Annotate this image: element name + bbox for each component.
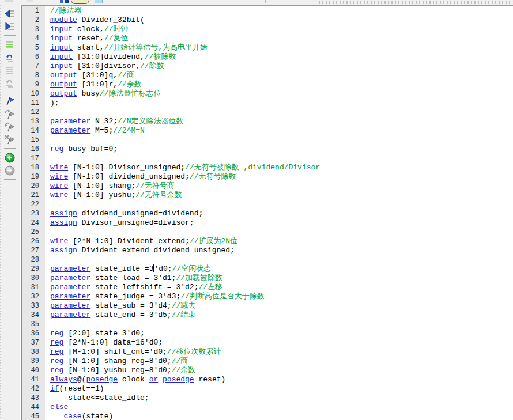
code-line[interactable]: 19wire [N-1:0] dividend_unsigned;//无符号除数 xyxy=(22,172,513,181)
keyword-token: wire xyxy=(50,172,68,181)
clear-bookmarks-button[interactable] xyxy=(3,133,17,146)
code-line[interactable]: 8output [31:0]q,//商 xyxy=(22,71,513,80)
next-block-button[interactable] xyxy=(3,20,17,33)
code-line[interactable]: 5input start,//开始计算信号,为高电平开始 xyxy=(22,43,513,52)
keyword-token: posedge xyxy=(86,375,118,384)
code-line[interactable]: 16reg busy_buf=0; xyxy=(22,145,513,154)
code-line[interactable]: 12 xyxy=(22,108,513,117)
code-line[interactable]: 43 state<=state_idle; xyxy=(22,393,513,403)
line-text: output [31:0]q,//商 xyxy=(45,71,134,80)
comment-token: //时钟 xyxy=(104,25,129,33)
code-token: [N-1:0] yushu_reg=8'd0; xyxy=(63,366,171,374)
toggle-bookmark-button[interactable] xyxy=(3,95,17,108)
code-line[interactable]: 6input [31:0]dividend,//被除数 xyxy=(22,52,513,62)
line-number: 40 xyxy=(22,366,45,375)
toolbar-separator xyxy=(265,0,266,3)
keyword-token: input xyxy=(50,25,73,33)
code-line[interactable]: 40reg [N-1:0] yushu_reg=8'd0;//余数 xyxy=(22,366,513,375)
toolbar-button-fragment-blue[interactable] xyxy=(65,0,69,3)
prev-bookmark-button[interactable] xyxy=(3,120,17,133)
toolbar-fragment xyxy=(5,0,13,2)
code-token: [N-1:0] Divisor_unsigned; xyxy=(68,163,185,172)
code-line[interactable]: 31parameter state_leftshift = 3'd2;//左移 xyxy=(22,283,513,292)
code-line[interactable]: 32parameter state_judge = 3'd3;//判断高位是否大… xyxy=(22,292,513,301)
toolbar-button-fragment-cyan[interactable] xyxy=(95,0,103,3)
keyword-token: assign xyxy=(50,246,77,255)
code-line[interactable]: 34parameter state_end = 3'd5;//结束 xyxy=(22,311,513,320)
keyword-token: reg xyxy=(50,347,63,356)
code-token: [2*N-1:0] Divident_extend; xyxy=(68,237,190,245)
keyword-token: reg xyxy=(50,329,63,338)
code-line[interactable]: 22 xyxy=(22,200,513,209)
code-line[interactable]: 10output busy//除法器忙标志位 xyxy=(22,89,513,99)
code-line[interactable]: 25 xyxy=(22,228,513,237)
toolbar-button-fragment-blue[interactable] xyxy=(60,0,63,3)
code-line[interactable]: 45 case(state) xyxy=(22,412,513,420)
code-line[interactable]: 20wire [N-1:0] shang;//无符号商 xyxy=(22,181,513,191)
navigate-forward-button[interactable] xyxy=(3,164,17,177)
code-line[interactable]: 26wire [2*N-1:0] Divident_extend;//扩展为2N… xyxy=(22,237,513,246)
keyword-token: wire xyxy=(50,163,68,172)
comment-token: //2^M=N xyxy=(113,126,145,135)
line-number: 26 xyxy=(22,237,45,246)
code-line[interactable]: 3input clock,//时钟 xyxy=(22,25,513,34)
editor-panel[interactable]: 1//除法器2module Divider_32bit(3input clock… xyxy=(21,5,513,420)
code-line[interactable]: 36reg [2:0] state=3'd0; xyxy=(22,329,513,338)
code-line[interactable]: 24assign Divisor_unsigned=divisor; xyxy=(22,218,513,228)
highlight-changed-lines-button[interactable] xyxy=(3,39,17,51)
code-line[interactable]: 27assign Divident_extend=dividend_unsign… xyxy=(22,246,513,255)
code-line[interactable]: 42if(reset==1) xyxy=(22,384,513,393)
line-text: parameter state_sub = 3'd4;//减去 xyxy=(45,301,195,311)
code-line[interactable]: 2module Divider_32bit( xyxy=(22,16,513,25)
toolbar-dropdown-fragment[interactable] xyxy=(71,0,89,4)
code-line[interactable]: 35 xyxy=(22,320,513,329)
code-line[interactable]: 14parameter M=5;//2^M=N xyxy=(22,126,513,135)
code-line[interactable]: 28 xyxy=(22,255,513,264)
code-line[interactable]: 44else xyxy=(22,403,513,412)
code-line[interactable]: 18wire [N-1:0] Divisor_unsigned;//无符号被除数… xyxy=(22,163,513,172)
goto-change-disabled-icon xyxy=(5,78,15,88)
code-line[interactable]: 33parameter state_sub = 3'd4;//减去 xyxy=(22,301,513,311)
goto-change-disabled-button[interactable] xyxy=(3,77,17,89)
code-line[interactable]: 13parameter N=32;//N定义除法器位数 xyxy=(22,117,513,126)
goto-next-change-button[interactable] xyxy=(3,51,17,64)
line-text: parameter state_leftshift = 3'd2;//左移 xyxy=(45,283,222,292)
code-line[interactable]: 30parameter state_load = 3'd1;//加载被除数 xyxy=(22,274,513,283)
next-bookmark-button[interactable] xyxy=(3,108,17,120)
line-number: 36 xyxy=(22,329,45,338)
code-line[interactable]: 11); xyxy=(22,99,513,108)
prev-block-button[interactable] xyxy=(3,7,17,20)
code-token: state<=state_idle; xyxy=(50,393,149,402)
code-line[interactable]: 23assign dividend_unsigned=dividend; xyxy=(22,209,513,218)
code-line[interactable]: 1//除法器 xyxy=(22,6,513,16)
comment-token: //商 xyxy=(118,71,134,80)
code-line[interactable]: 17 xyxy=(22,154,513,163)
line-number: 37 xyxy=(22,338,45,347)
keyword-token: parameter xyxy=(50,117,90,126)
navigate-back-button[interactable] xyxy=(3,152,17,164)
line-text: if(reset==1) xyxy=(45,384,104,393)
code-line[interactable]: 21wire [N-1:0] yushu;//无符号余数 xyxy=(22,191,513,200)
code-line[interactable]: 41always@(posedge clock or posedge reset… xyxy=(22,375,513,384)
code-line[interactable]: 38reg [M-1:0] shift_cnt='d0;//移位次数累计 xyxy=(22,347,513,357)
keyword-token: assign xyxy=(50,218,77,227)
line-number: 18 xyxy=(22,163,45,172)
code-line[interactable]: 9output [31:0]r,//余数 xyxy=(22,80,513,89)
code-line[interactable]: 39reg [N-1:0] shang_reg=8'd0;//商 xyxy=(22,357,513,366)
code-line[interactable]: 4input reset,//复位 xyxy=(22,34,513,43)
keyword-token: input xyxy=(50,34,73,43)
code-token: [N-1:0] shang_reg=8'd0; xyxy=(63,357,171,365)
code-line[interactable]: 7input [31:0]divisor,//除数 xyxy=(22,62,513,71)
code-token: [31:0]r, xyxy=(77,80,118,89)
changed-lines-disabled-button[interactable] xyxy=(3,64,17,77)
line-text: reg [N-1:0] yushu_reg=8'd0;//余数 xyxy=(45,366,195,375)
keyword-token: parameter xyxy=(50,274,90,282)
code-line[interactable]: 15 xyxy=(22,135,513,145)
line-number: 6 xyxy=(22,52,45,62)
code-line[interactable]: 37reg [2*N-1:0] data=16'd0; xyxy=(22,338,513,347)
toolbar-divider xyxy=(4,92,16,92)
line-number: 42 xyxy=(22,384,45,393)
code-line[interactable]: 29parameter state_idle =3'd0;//空闲状态 xyxy=(22,264,513,274)
code-token: [N-1:0] yushu; xyxy=(68,191,135,199)
line-number: 43 xyxy=(22,393,45,403)
